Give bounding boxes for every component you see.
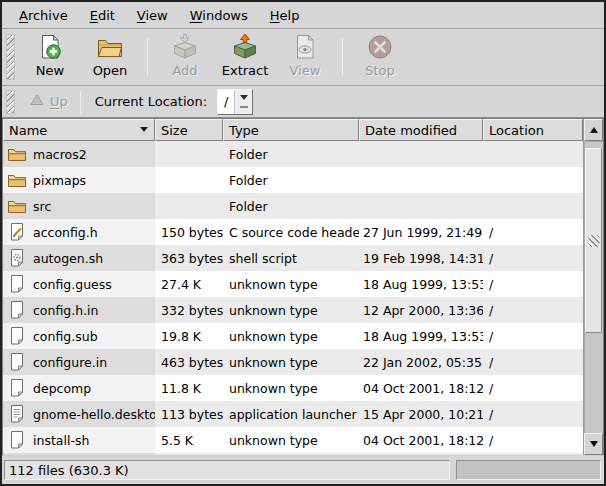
- scrollbar-up-button[interactable]: [584, 119, 603, 141]
- file-type: unknown type: [223, 297, 359, 323]
- menu-edit[interactable]: Edit: [79, 4, 126, 27]
- file-size: [155, 193, 223, 219]
- scrollbar-thumb[interactable]: [585, 148, 602, 333]
- folder-icon: [7, 196, 27, 216]
- status-bar: 112 files (630.3 K): [2, 456, 604, 484]
- table-row[interactable]: acconfig.h 150 bytes C source code heade…: [3, 219, 583, 245]
- table-row[interactable]: config.h.in 332 bytes unknown type 12 Ap…: [3, 297, 583, 323]
- table-row[interactable]: depcomp 11.8 K unknown type 04 Oct 2001,…: [3, 375, 583, 401]
- new-button[interactable]: New: [20, 32, 80, 82]
- file-type: unknown type: [223, 349, 359, 375]
- menu-help[interactable]: Help: [259, 4, 311, 27]
- scrollbar-track[interactable]: [584, 141, 603, 433]
- up-button-label: Up: [50, 94, 68, 109]
- file-name: pixmaps: [33, 173, 86, 188]
- file-location: /: [483, 271, 583, 297]
- menu-archive-mnemonic: A: [19, 8, 28, 23]
- combo-dropdown-icon[interactable]: [235, 90, 252, 114]
- status-message: 112 files (630.3 K): [4, 460, 450, 480]
- scroll-down-icon: [590, 441, 598, 451]
- column-header-type[interactable]: Type: [223, 119, 359, 141]
- column-header-name[interactable]: Name: [3, 119, 155, 141]
- document-icon: [7, 378, 27, 398]
- file-name: gnome-hello.desktop: [33, 407, 155, 422]
- table-row[interactable]: gnome-hello.desktop 113 bytes applicatio…: [3, 401, 583, 427]
- view-file-icon: [291, 33, 319, 61]
- file-type: C source code header: [223, 219, 359, 245]
- file-type: shell script: [223, 245, 359, 271]
- document-icon: [7, 326, 27, 346]
- file-type: application launcher: [223, 401, 359, 427]
- file-size: 113 bytes: [155, 401, 223, 427]
- file-list-frame: Name Size Type Date modified Location ma…: [2, 118, 604, 456]
- file-date-modified: 04 Oct 2001, 18:12: [359, 375, 483, 401]
- column-header-location[interactable]: Location: [483, 119, 583, 141]
- file-location: /: [483, 219, 583, 245]
- locationbar-separator: [80, 91, 81, 113]
- combo-bar: [240, 106, 248, 108]
- file-size: 150 bytes: [155, 219, 223, 245]
- menu-windows-label: indows: [202, 8, 247, 23]
- stop-button: Stop: [350, 32, 410, 82]
- chevron-down-icon: [240, 95, 248, 104]
- file-type: unknown type: [223, 427, 359, 453]
- menu-windows[interactable]: Windows: [179, 4, 259, 27]
- file-location: /: [483, 245, 583, 271]
- file-location: /: [483, 323, 583, 349]
- column-header-date-modified[interactable]: Date modified: [359, 119, 483, 141]
- open-button[interactable]: Open: [80, 32, 140, 82]
- table-row-partial[interactable]: [3, 453, 583, 455]
- table-row[interactable]: config.guess 27.4 K unknown type 18 Aug …: [3, 271, 583, 297]
- table-row[interactable]: pixmaps Folder: [3, 167, 583, 193]
- file-date-modified: 18 Aug 1999, 13:53: [359, 271, 483, 297]
- column-header-size[interactable]: Size: [155, 119, 223, 141]
- menu-windows-mnemonic: W: [190, 8, 203, 23]
- new-button-label: New: [36, 63, 64, 78]
- column-headers: Name Size Type Date modified Location: [3, 119, 583, 141]
- file-type: unknown type: [223, 375, 359, 401]
- toolbar-drag-handle[interactable]: [6, 34, 15, 80]
- extract-button[interactable]: Extract: [215, 32, 275, 82]
- table-row[interactable]: configure.in 463 bytes unknown type 22 J…: [3, 349, 583, 375]
- file-date-modified: 15 Apr 2000, 10:21: [359, 401, 483, 427]
- menu-help-label: elp: [280, 8, 300, 23]
- folder-icon: [7, 144, 27, 164]
- launcher-icon: [7, 404, 27, 424]
- open-folder-icon: [96, 33, 124, 61]
- file-name: install-sh: [33, 433, 89, 448]
- file-size: [155, 141, 223, 167]
- up-arrow-icon: [30, 94, 44, 109]
- folder-icon: [7, 170, 27, 190]
- location-combo[interactable]: /: [217, 89, 253, 115]
- file-list: Name Size Type Date modified Location ma…: [3, 119, 583, 455]
- view-button-label: View: [290, 63, 321, 78]
- file-type: Folder: [223, 167, 359, 193]
- document-icon: [7, 274, 27, 294]
- table-row[interactable]: install-sh 5.5 K unknown type 04 Oct 200…: [3, 427, 583, 453]
- scrollbar-down-button[interactable]: [584, 433, 603, 455]
- menu-view[interactable]: View: [126, 4, 179, 27]
- file-name: acconfig.h: [33, 225, 98, 240]
- extract-icon: [231, 33, 259, 61]
- up-button: Up: [20, 90, 78, 113]
- table-row[interactable]: autogen.sh 363 bytes shell script 19 Feb…: [3, 245, 583, 271]
- file-location: /: [483, 401, 583, 427]
- file-size: 363 bytes: [155, 245, 223, 271]
- table-row[interactable]: src Folder: [3, 193, 583, 219]
- file-type: Folder: [223, 193, 359, 219]
- document-icon: [7, 300, 27, 320]
- archive-manager-window: Archive Edit View Windows Help New Open …: [0, 0, 606, 486]
- table-row[interactable]: macros2 Folder: [3, 141, 583, 167]
- open-button-label: Open: [93, 63, 128, 78]
- table-row[interactable]: config.sub 19.8 K unknown type 18 Aug 19…: [3, 323, 583, 349]
- menu-help-mnemonic: H: [270, 8, 280, 23]
- file-name: config.h.in: [33, 303, 99, 318]
- file-location: /: [483, 375, 583, 401]
- toolbar: New Open Add Extract View Stop: [2, 29, 604, 86]
- file-location: /: [483, 297, 583, 323]
- file-name: config.sub: [33, 329, 98, 344]
- file-date-modified: [359, 141, 483, 167]
- locationbar-drag-handle[interactable]: [6, 90, 15, 114]
- file-name: config.guess: [33, 277, 112, 292]
- menu-archive[interactable]: Archive: [8, 4, 79, 27]
